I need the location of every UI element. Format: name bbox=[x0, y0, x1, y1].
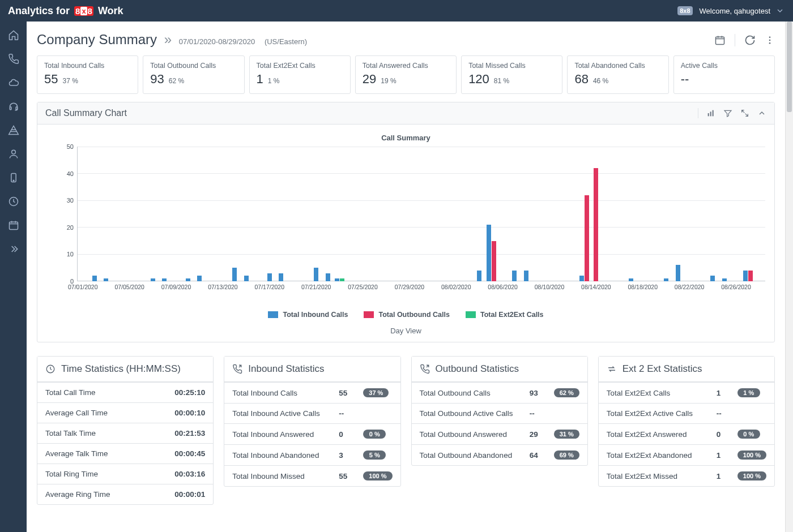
chart-day[interactable] bbox=[357, 147, 369, 281]
chart-day[interactable] bbox=[462, 147, 474, 281]
chart-day[interactable] bbox=[77, 147, 89, 281]
legend-ext2ext[interactable]: Total Ext2Ext Calls bbox=[466, 311, 544, 319]
chart-day[interactable] bbox=[322, 147, 334, 281]
chart-day[interactable] bbox=[229, 147, 241, 281]
chart-day[interactable] bbox=[719, 147, 731, 281]
metric-card[interactable]: Total Answered Calls 29 19 % bbox=[355, 55, 457, 94]
home-icon[interactable] bbox=[8, 29, 19, 41]
metric-card[interactable]: Total Abandoned Calls 68 46 % bbox=[567, 55, 668, 94]
chart-day[interactable] bbox=[287, 147, 299, 281]
chart-day[interactable] bbox=[427, 147, 439, 281]
chart-day[interactable] bbox=[672, 147, 684, 281]
chart-day[interactable] bbox=[240, 147, 252, 281]
cloud-icon[interactable] bbox=[8, 77, 19, 88]
chart-day[interactable] bbox=[567, 147, 579, 281]
chart-day[interactable] bbox=[450, 147, 462, 281]
chevron-down-icon[interactable] bbox=[777, 8, 783, 14]
chart-day[interactable] bbox=[730, 147, 742, 281]
chart-bar[interactable] bbox=[594, 168, 598, 281]
chart-day[interactable] bbox=[147, 147, 159, 281]
chart-day[interactable] bbox=[497, 147, 509, 281]
chart-day[interactable] bbox=[509, 147, 521, 281]
chart-day[interactable] bbox=[753, 147, 765, 281]
expand-icon[interactable] bbox=[8, 243, 19, 255]
chart-day[interactable] bbox=[521, 147, 532, 281]
chart-day[interactable] bbox=[252, 147, 264, 281]
fullscreen-icon[interactable] bbox=[740, 109, 749, 118]
chart-day[interactable] bbox=[346, 147, 357, 281]
metric-card[interactable]: Active Calls -- bbox=[673, 55, 775, 94]
legend-inbound[interactable]: Total Inbound Calls bbox=[268, 311, 348, 319]
chart-day[interactable] bbox=[310, 147, 322, 281]
chart-day[interactable] bbox=[742, 147, 754, 281]
device-icon[interactable] bbox=[8, 172, 19, 183]
chart-day[interactable] bbox=[660, 147, 672, 281]
chart-day[interactable] bbox=[380, 147, 392, 281]
metric-card[interactable]: Total Outbound Calls 93 62 % bbox=[143, 55, 244, 94]
chart-bar[interactable] bbox=[748, 271, 753, 281]
chart-day[interactable] bbox=[485, 147, 497, 281]
chart-day[interactable] bbox=[182, 147, 194, 281]
chart-bar[interactable] bbox=[487, 225, 491, 281]
clock-icon[interactable] bbox=[8, 196, 19, 207]
chart-day[interactable] bbox=[474, 147, 485, 281]
filter-icon[interactable] bbox=[723, 109, 732, 118]
chart-day[interactable] bbox=[613, 147, 625, 281]
user-icon[interactable] bbox=[8, 148, 19, 160]
chart-bar[interactable] bbox=[477, 271, 481, 281]
chart-day[interactable] bbox=[159, 147, 170, 281]
chart-bar[interactable] bbox=[279, 273, 283, 281]
chart-day[interactable] bbox=[275, 147, 287, 281]
chart-bar[interactable] bbox=[197, 276, 202, 281]
chart-day[interactable] bbox=[112, 147, 124, 281]
refresh-icon[interactable] bbox=[744, 35, 756, 46]
chart-day[interactable] bbox=[217, 147, 229, 281]
chart-day[interactable] bbox=[334, 147, 346, 281]
chart-day[interactable] bbox=[404, 147, 416, 281]
chart-bar[interactable] bbox=[710, 276, 715, 281]
chart-day[interactable] bbox=[194, 147, 206, 281]
chart-day[interactable] bbox=[695, 147, 707, 281]
collapse-icon[interactable] bbox=[757, 109, 766, 118]
chart-day[interactable] bbox=[135, 147, 147, 281]
chart-day[interactable] bbox=[579, 147, 591, 281]
chart-day[interactable] bbox=[649, 147, 660, 281]
chart-day[interactable] bbox=[555, 147, 567, 281]
chart-bar[interactable] bbox=[676, 265, 680, 281]
chart-bar[interactable] bbox=[92, 276, 97, 281]
chart-bar[interactable] bbox=[524, 271, 528, 281]
chart-day[interactable] bbox=[532, 147, 544, 281]
chart-bar[interactable] bbox=[244, 276, 249, 281]
legend-outbound[interactable]: Total Outbound Calls bbox=[364, 311, 449, 319]
headset-icon[interactable] bbox=[8, 101, 19, 112]
chart-bar[interactable] bbox=[579, 276, 584, 281]
chart-day[interactable] bbox=[170, 147, 182, 281]
chart-day[interactable] bbox=[590, 147, 602, 281]
chart-day[interactable] bbox=[369, 147, 381, 281]
scrollbar-thumb[interactable] bbox=[787, 22, 792, 112]
chart-bar[interactable] bbox=[267, 273, 272, 281]
chart-day[interactable] bbox=[89, 147, 101, 281]
metric-card[interactable]: Total Inbound Calls 55 37 % bbox=[37, 55, 138, 94]
chart-day[interactable] bbox=[264, 147, 276, 281]
chart-day[interactable] bbox=[415, 147, 427, 281]
scrollbar[interactable] bbox=[785, 22, 793, 532]
chart-bar[interactable] bbox=[314, 268, 318, 281]
chart-day[interactable] bbox=[206, 147, 218, 281]
bar-chart-icon[interactable] bbox=[706, 109, 715, 118]
chart-day[interactable] bbox=[100, 147, 112, 281]
chart-day[interactable] bbox=[392, 147, 404, 281]
chart-day[interactable] bbox=[299, 147, 310, 281]
chart-day[interactable] bbox=[544, 147, 556, 281]
calendar-icon[interactable] bbox=[8, 220, 19, 231]
chart-bar[interactable] bbox=[743, 271, 748, 281]
phone-icon[interactable] bbox=[8, 53, 19, 65]
chart-day[interactable] bbox=[602, 147, 614, 281]
pyramid-icon[interactable] bbox=[8, 125, 19, 136]
chart-day[interactable] bbox=[123, 147, 135, 281]
metric-card[interactable]: Total Ext2Ext Calls 1 1 % bbox=[249, 55, 351, 94]
more-menu-icon[interactable] bbox=[765, 35, 775, 45]
chart-day[interactable] bbox=[637, 147, 649, 281]
chart-day[interactable] bbox=[707, 147, 719, 281]
metric-card[interactable]: Total Missed Calls 120 81 % bbox=[461, 55, 562, 94]
